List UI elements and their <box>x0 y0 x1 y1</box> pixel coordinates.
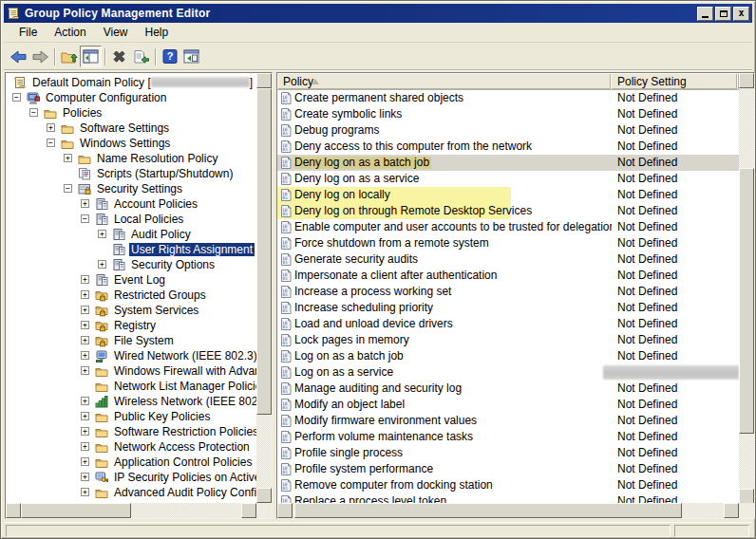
policy-row[interactable]: 1001Force shutdown from a remote systemN… <box>277 235 739 251</box>
expand-icon[interactable]: + <box>81 442 89 451</box>
policy-row[interactable]: 1001Deny log on as a batch jobNot Define… <box>277 155 739 171</box>
policy-row[interactable]: 1001Create permanent shared objectsNot D… <box>277 90 739 106</box>
show-console-tree-button[interactable] <box>80 46 102 67</box>
tree-item-name-resolution-policy[interactable]: +Name Resolution Policy <box>6 151 256 166</box>
expand-icon[interactable]: + <box>98 230 106 238</box>
expand-icon[interactable]: + <box>81 366 89 375</box>
tree-item-registry[interactable]: +Registry <box>6 318 256 333</box>
tree-item-application-control-policies[interactable]: +Application Control Policies <box>6 455 256 470</box>
scroll-down-button[interactable] <box>739 489 754 504</box>
tree-item-network-access-protection[interactable]: +Network Access Protection <box>6 439 256 455</box>
scroll-up-button[interactable] <box>256 73 272 88</box>
policy-row[interactable]: 1001Log on as a service <box>277 364 739 381</box>
scroll-left-button[interactable] <box>6 503 21 518</box>
expand-icon[interactable]: + <box>64 154 72 162</box>
tree-root-item[interactable]: Default Domain Policy [] Policy <box>6 75 256 90</box>
scrollbar-thumb[interactable] <box>256 88 272 415</box>
tree-item-security-settings[interactable]: −Security Settings <box>6 181 256 196</box>
tree-item-wired-network-ieee-802-3-policies[interactable]: +Wired Network (IEEE 802.3) Policies <box>6 348 256 363</box>
tree-item-software-settings[interactable]: +Software Settings <box>6 121 256 136</box>
expand-icon[interactable]: + <box>98 260 106 269</box>
forward-button[interactable] <box>29 46 51 67</box>
policy-row[interactable]: 1001Impersonate a client after authentic… <box>277 268 739 284</box>
scroll-left-button[interactable] <box>277 503 293 518</box>
tree-item-scripts-startup-shutdown[interactable]: Scripts (Startup/Shutdown) <box>6 166 256 181</box>
tree-item-computer-configuration[interactable]: −Computer Configuration <box>6 90 256 105</box>
expand-icon[interactable]: + <box>81 473 89 481</box>
help-button[interactable]: ? <box>159 46 180 67</box>
tree-item-windows-firewall-with-advanced-security[interactable]: +Windows Firewall with Advanced Security <box>6 363 256 379</box>
expand-icon[interactable]: + <box>81 306 89 314</box>
menu-action[interactable]: Action <box>46 24 94 42</box>
expand-icon[interactable]: + <box>81 488 89 496</box>
tree-item-ip-security-policies-on-active-directory[interactable]: +IP Security Policies on Active Director… <box>6 470 256 485</box>
up-one-level-button[interactable] <box>58 46 80 67</box>
policy-row[interactable]: 1001Debug programsNot Defined <box>277 122 739 139</box>
tree-item-advanced-audit-policy-configuration[interactable]: +Advanced Audit Policy Configuration <box>6 485 256 500</box>
policy-row[interactable]: 1001Perform volume maintenance tasksNot … <box>277 429 739 445</box>
policy-row[interactable]: 1001Profile single processNot Defined <box>277 445 739 461</box>
tree-item-public-key-policies[interactable]: +Public Key Policies <box>6 409 256 424</box>
policy-row[interactable]: 1001Deny log on as a serviceNot Defined <box>277 171 739 187</box>
tree-item-file-system[interactable]: +File System <box>6 333 256 348</box>
tree-item-event-log[interactable]: +Event Log <box>6 272 256 288</box>
menu-file[interactable]: File <box>10 24 46 42</box>
back-button[interactable] <box>8 46 29 67</box>
policy-row[interactable]: 1001Generate security auditsNot Defined <box>277 251 739 268</box>
collapse-icon[interactable]: − <box>29 108 38 117</box>
scroll-down-button[interactable] <box>256 488 272 503</box>
maximize-button[interactable] <box>715 7 731 21</box>
export-list-button[interactable] <box>130 46 152 67</box>
expand-icon[interactable]: + <box>81 290 89 299</box>
tree-item-local-policies[interactable]: −Local Policies <box>6 212 256 227</box>
column-header-policy-setting[interactable]: Policy Setting <box>617 75 687 88</box>
menu-view[interactable]: View <box>95 24 137 42</box>
list-horizontal-scrollbar[interactable] <box>277 503 739 518</box>
expand-icon[interactable]: + <box>47 123 55 132</box>
tree-item-user-rights-assignment[interactable]: User Rights Assignment <box>6 242 256 257</box>
policy-row[interactable]: 1001Lock pages in memoryNot Defined <box>277 332 739 348</box>
policy-row[interactable]: 1001Profile system performanceNot Define… <box>277 461 739 477</box>
collapse-icon[interactable]: − <box>12 93 21 102</box>
expand-icon[interactable]: + <box>81 336 89 344</box>
scroll-right-button[interactable] <box>241 503 256 518</box>
policy-row[interactable]: 1001Deny log on locallyNot Defined <box>277 187 739 203</box>
scrollbar-thumb[interactable] <box>294 503 682 518</box>
tree-vertical-scrollbar[interactable] <box>256 73 272 503</box>
minimize-button[interactable] <box>697 7 713 21</box>
collapse-icon[interactable]: − <box>81 214 89 223</box>
tree-item-network-list-manager-policies[interactable]: Network List Manager Policies <box>6 379 256 394</box>
tree-item-policies[interactable]: −Policies <box>6 105 256 121</box>
expand-icon[interactable]: + <box>81 427 89 436</box>
expand-icon[interactable]: + <box>81 397 89 405</box>
column-divider[interactable] <box>736 74 737 89</box>
policy-row[interactable]: 1001Increase scheduling priorityNot Defi… <box>277 300 739 316</box>
scroll-right-button[interactable] <box>724 503 739 518</box>
menu-help[interactable]: Help <box>137 24 178 42</box>
tree-item-software-restriction-policies[interactable]: +Software Restriction Policies <box>6 424 256 439</box>
expand-icon[interactable]: + <box>81 321 89 329</box>
policy-row[interactable]: 1001Load and unload device driversNot De… <box>277 316 739 332</box>
column-header-policy[interactable]: Policy <box>283 75 313 88</box>
tree-item-security-options[interactable]: +Security Options <box>6 257 256 272</box>
policy-row[interactable]: 1001Create symbolic linksNot Defined <box>277 106 739 122</box>
list-vertical-scrollbar[interactable] <box>739 73 754 504</box>
delete-button[interactable] <box>108 46 130 67</box>
expand-icon[interactable]: + <box>81 351 89 360</box>
tree-item-wireless-network-ieee-802-11-policies[interactable]: +Wireless Network (IEEE 802.11) Policies <box>6 394 256 409</box>
collapse-icon[interactable]: − <box>47 139 55 147</box>
show-action-pane-button[interactable] <box>180 46 202 67</box>
policy-row[interactable]: 1001Increase a process working setNot De… <box>277 284 739 300</box>
policy-row[interactable]: 1001Deny access to this computer from th… <box>277 139 739 155</box>
column-divider[interactable] <box>610 74 611 89</box>
expand-icon[interactable]: + <box>81 199 89 208</box>
tree-item-windows-settings[interactable]: −Windows Settings <box>6 136 256 151</box>
tree-item-account-policies[interactable]: +Account Policies <box>6 196 256 212</box>
tree-horizontal-scrollbar[interactable] <box>6 503 256 518</box>
collapse-icon[interactable]: − <box>64 184 72 193</box>
policy-row[interactable]: 1001Modify an object labelNot Defined <box>277 397 739 413</box>
policy-row[interactable]: 1001Modify firmware environment valuesNo… <box>277 413 739 429</box>
scrollbar-thumb[interactable] <box>739 168 754 434</box>
scrollbar-thumb[interactable] <box>21 503 131 518</box>
tree-item-restricted-groups[interactable]: +Restricted Groups <box>6 288 256 303</box>
